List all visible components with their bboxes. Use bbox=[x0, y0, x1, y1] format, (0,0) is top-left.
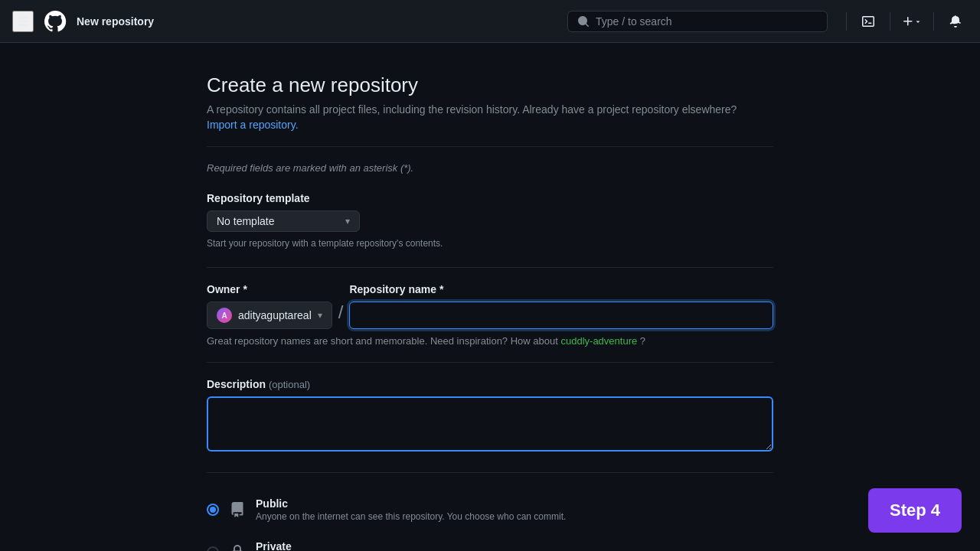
public-icon bbox=[228, 500, 247, 519]
section-divider-1 bbox=[207, 146, 773, 147]
description-section: Description (optional) bbox=[207, 378, 773, 454]
page-subtitle: A repository contains all project files,… bbox=[207, 103, 773, 116]
section-divider-3 bbox=[207, 362, 773, 363]
hamburger-menu[interactable] bbox=[12, 11, 34, 32]
owner-dropdown[interactable]: A adityaguptareal ▾ bbox=[207, 302, 332, 329]
slash-divider: / bbox=[338, 302, 344, 329]
search-icon bbox=[577, 15, 590, 28]
owner-avatar: A bbox=[217, 308, 232, 323]
main-content: Create a new repository A repository con… bbox=[0, 43, 980, 551]
template-dropdown[interactable]: No template ▾ bbox=[207, 210, 360, 232]
public-description: Anyone on the internet can see this repo… bbox=[256, 511, 566, 522]
header-icons bbox=[843, 9, 968, 34]
create-new-button[interactable] bbox=[900, 9, 924, 34]
public-label: Public bbox=[256, 497, 566, 510]
header-divider-2 bbox=[890, 12, 890, 31]
private-text-group: Private You choose who can see and commi… bbox=[256, 540, 479, 551]
description-input[interactable] bbox=[207, 396, 773, 452]
owner-label: Owner * bbox=[207, 283, 332, 295]
owner-section: Owner * A adityaguptareal ▾ bbox=[207, 283, 332, 329]
terminal-button[interactable] bbox=[856, 9, 880, 34]
notifications-button[interactable] bbox=[943, 9, 968, 34]
section-divider-2 bbox=[207, 267, 773, 268]
repo-name-section: Repository name * bbox=[349, 283, 773, 329]
github-logo bbox=[43, 9, 67, 34]
header: New repository Type / to search bbox=[0, 0, 980, 43]
template-caret-icon: ▾ bbox=[345, 216, 350, 227]
import-repository-link[interactable]: Import a repository. bbox=[207, 119, 299, 131]
private-label: Private bbox=[256, 540, 479, 551]
public-radio[interactable] bbox=[207, 504, 219, 516]
repo-suggestion-link[interactable]: cuddly-adventure bbox=[560, 335, 637, 347]
private-radio[interactable] bbox=[207, 546, 219, 551]
inspiration-text: Great repository names are short and mem… bbox=[207, 335, 773, 347]
public-text-group: Public Anyone on the internet can see th… bbox=[256, 497, 566, 522]
owner-repo-row: Owner * A adityaguptareal ▾ / Repository… bbox=[207, 283, 773, 329]
visibility-private-option[interactable]: Private You choose who can see and commi… bbox=[207, 531, 773, 551]
page-title: Create a new repository bbox=[207, 73, 773, 97]
header-divider-3 bbox=[933, 12, 934, 31]
template-label: Repository template bbox=[207, 192, 773, 204]
search-placeholder: Type / to search bbox=[596, 15, 818, 28]
repo-label: Repository name * bbox=[349, 283, 773, 295]
private-icon bbox=[228, 543, 247, 551]
header-divider-1 bbox=[846, 12, 847, 31]
template-hint: Start your repository with a template re… bbox=[207, 238, 773, 249]
search-bar[interactable]: Type / to search bbox=[567, 11, 828, 32]
owner-name: adityaguptareal bbox=[238, 309, 312, 321]
plus-dropdown-icon bbox=[914, 18, 922, 25]
visibility-public-option[interactable]: Public Anyone on the internet can see th… bbox=[207, 488, 773, 531]
repo-name-input[interactable] bbox=[349, 302, 773, 329]
page-header-title: New repository bbox=[77, 15, 154, 28]
public-radio-fill bbox=[210, 507, 216, 513]
template-section: Repository template No template ▾ Start … bbox=[207, 192, 773, 249]
template-value: No template bbox=[217, 215, 274, 227]
form-container: Create a new repository A repository con… bbox=[207, 73, 773, 520]
step-badge: Step 4 bbox=[868, 488, 962, 533]
section-divider-4 bbox=[207, 472, 773, 473]
owner-caret-icon: ▾ bbox=[318, 310, 322, 321]
required-note: Required fields are marked with an aster… bbox=[207, 162, 773, 174]
description-label: Description (optional) bbox=[207, 378, 773, 390]
